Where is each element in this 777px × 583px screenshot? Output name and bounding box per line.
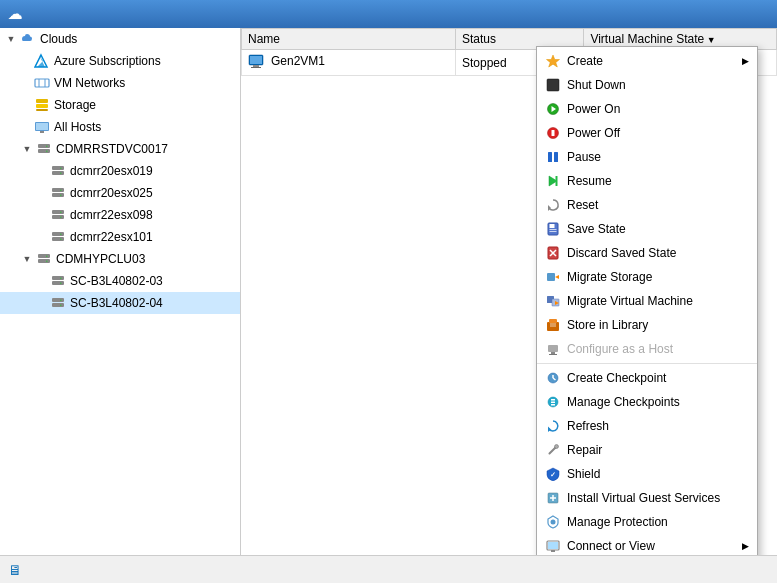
sidebar-item-clouds[interactable]: ▼ Clouds: [0, 28, 240, 50]
ctx-item-pause[interactable]: Pause: [537, 145, 757, 169]
ctx-item-reset[interactable]: Reset: [537, 193, 757, 217]
ctx-label-create: Create: [567, 54, 603, 68]
sidebar-label-sc-b3l40802-04: SC-B3L40802-04: [70, 296, 163, 310]
sidebar-item-dcmrr22esx098[interactable]: dcmrr22esx098: [0, 204, 240, 226]
col-name[interactable]: Name: [242, 29, 456, 50]
svg-rect-82: [551, 402, 555, 404]
svg-rect-94: [551, 550, 555, 552]
ctx-item-migratestorage[interactable]: Migrate Storage: [537, 265, 757, 289]
svg-rect-25: [52, 215, 64, 219]
sidebar-item-allhosts[interactable]: All Hosts: [0, 116, 240, 138]
svg-rect-37: [52, 281, 64, 285]
ctx-label-migratestorage: Migrate Storage: [567, 270, 652, 284]
ctx-item-connectview[interactable]: Connect or View ▶: [537, 534, 757, 555]
sidebar-item-vmnetworks[interactable]: VM Networks: [0, 72, 240, 94]
svg-rect-14: [46, 151, 48, 153]
sidebar-label-clouds: Clouds: [40, 32, 77, 46]
ctx-arrow-create: ▶: [742, 56, 749, 66]
ctx-item-shutdown[interactable]: Shut Down: [537, 73, 757, 97]
ctx-label-storeinlibrary: Store in Library: [567, 318, 648, 332]
svg-rect-39: [52, 298, 64, 302]
sidebar-item-cdmhypclu03[interactable]: ▼ CDMHYPCLU03: [0, 248, 240, 270]
ctx-item-repair[interactable]: Repair: [537, 438, 757, 462]
ctx-label-refresh: Refresh: [567, 419, 609, 433]
ctx-label-shutdown: Shut Down: [567, 78, 626, 92]
ctx-item-shield[interactable]: ✓ Shield: [537, 462, 757, 486]
ctx-item-poweroff[interactable]: Power Off: [537, 121, 757, 145]
sidebar-item-azure[interactable]: Azure Subscriptions: [0, 50, 240, 72]
main-layout: ▼ Clouds Azure Subscriptions VM Networks…: [0, 28, 777, 555]
ctx-icon-discardsavedstate: [545, 245, 561, 261]
sidebar-label-cdmhypclu03: CDMHYPCLU03: [56, 252, 145, 266]
svg-rect-7: [36, 109, 48, 111]
ctx-icon-managecheckpoints: [545, 394, 561, 410]
ctx-arrow-connectview: ▶: [742, 541, 749, 551]
ctx-icon-pause: [545, 149, 561, 165]
svg-rect-21: [52, 193, 64, 197]
svg-rect-2: [35, 79, 49, 87]
sidebar-item-cdmrrstdvc0017[interactable]: ▼ CDMRRSTDVC0017: [0, 138, 240, 160]
sidebar-item-sc-b3l40802-03[interactable]: SC-B3L40802-03: [0, 270, 240, 292]
ctx-item-installguestservices[interactable]: Install Virtual Guest Services: [537, 486, 757, 510]
ctx-icon-connectview: [545, 538, 561, 554]
ctx-item-create[interactable]: Create ▶: [537, 49, 757, 73]
ctx-item-savestate[interactable]: Save State: [537, 217, 757, 241]
ctx-item-discardsavedstate[interactable]: Discard Saved State: [537, 241, 757, 265]
svg-point-86: [555, 445, 559, 449]
svg-rect-52: [552, 130, 555, 136]
svg-rect-83: [551, 404, 555, 406]
ctx-item-createcheckpoint[interactable]: Create Checkpoint: [537, 366, 757, 390]
ctx-label-installguestservices: Install Virtual Guest Services: [567, 491, 720, 505]
sidebar-item-sc-b3l40802-04[interactable]: SC-B3L40802-04: [0, 292, 240, 314]
ctx-icon-reset: [545, 197, 561, 213]
ctx-icon-installguestservices: [545, 490, 561, 506]
sidebar-icon-dcmrr22esx098: [50, 207, 66, 223]
ctx-icon-storeinlibrary: [545, 317, 561, 333]
svg-rect-27: [52, 232, 64, 236]
sidebar-label-sc-b3l40802-03: SC-B3L40802-03: [70, 274, 163, 288]
sidebar-icon-sc-b3l40802-03: [50, 273, 66, 289]
ctx-label-poweroff: Power Off: [567, 126, 620, 140]
sidebar-item-dcmrr22esx101[interactable]: dcmrr22esx101: [0, 226, 240, 248]
svg-rect-15: [52, 166, 64, 170]
ctx-icon-poweroff: [545, 125, 561, 141]
ctx-icon-savestate: [545, 221, 561, 237]
sidebar-icon-dcmrr20esx025: [50, 185, 66, 201]
sidebar-icon-cdmrrstdvc0017: [36, 141, 52, 157]
sidebar-icon-dcmrr22esx101: [50, 229, 66, 245]
ctx-item-resume[interactable]: Resume: [537, 169, 757, 193]
context-menu-separator: [537, 363, 757, 364]
ctx-item-poweron[interactable]: Power On: [537, 97, 757, 121]
svg-rect-73: [550, 326, 556, 327]
svg-rect-31: [38, 254, 50, 258]
svg-rect-32: [46, 256, 48, 258]
ctx-item-storeinlibrary[interactable]: Store in Library: [537, 313, 757, 337]
sidebar-icon-cdmhypclu03: [36, 251, 52, 267]
svg-rect-28: [60, 234, 62, 236]
sidebar-label-dcmrr22esx098: dcmrr22esx098: [70, 208, 153, 222]
sidebar-label-cdmrrstdvc0017: CDMRRSTDVC0017: [56, 142, 168, 156]
ctx-item-managecheckpoints[interactable]: Manage Checkpoints: [537, 390, 757, 414]
ctx-icon-repair: [545, 442, 561, 458]
ctx-item-migratevm[interactable]: Migrate Virtual Machine: [537, 289, 757, 313]
svg-rect-20: [60, 190, 62, 192]
ctx-label-poweron: Power On: [567, 102, 620, 116]
svg-rect-61: [550, 231, 557, 232]
expand-arrow-clouds: ▼: [4, 32, 18, 46]
title-bar: ☁: [0, 0, 777, 28]
svg-rect-71: [549, 319, 557, 323]
sidebar-label-azure: Azure Subscriptions: [54, 54, 161, 68]
ctx-item-refresh[interactable]: Refresh: [537, 414, 757, 438]
sidebar-icon-dcmrr20esx019: [50, 163, 66, 179]
sidebar-item-dcmrr20esx025[interactable]: dcmrr20esx025: [0, 182, 240, 204]
sidebar-item-storage[interactable]: Storage: [0, 94, 240, 116]
sidebar-label-dcmrr20esx019: dcmrr20esx019: [70, 164, 153, 178]
ctx-label-migratevm: Migrate Virtual Machine: [567, 294, 693, 308]
sidebar-item-dcmrr20esx019[interactable]: dcmrr20esx019: [0, 160, 240, 182]
svg-rect-45: [253, 65, 259, 67]
svg-rect-22: [60, 195, 62, 197]
sidebar-label-allhosts: All Hosts: [54, 120, 101, 134]
ctx-item-manageprotection[interactable]: Manage Protection: [537, 510, 757, 534]
svg-rect-13: [38, 149, 50, 153]
ctx-icon-refresh: [545, 418, 561, 434]
